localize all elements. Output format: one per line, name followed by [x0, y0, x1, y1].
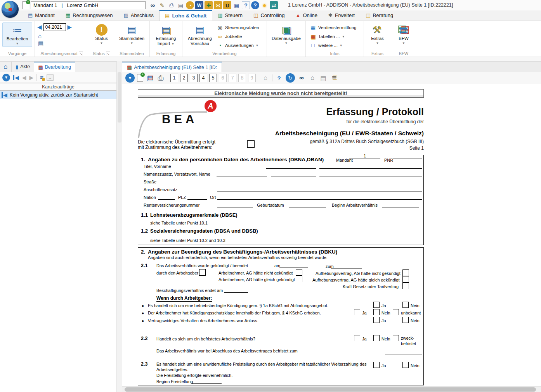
- verdienstermittlung-button[interactable]: ▦ Verdienstermittlung: [308, 23, 361, 32]
- note-add-icon[interactable]: ✚: [205, 1, 213, 9]
- bfw-button[interactable]: ▤ BFW ▼: [394, 22, 414, 46]
- resize-arrows-icon[interactable]: ⇄: [270, 1, 278, 9]
- tab-rechnungswesen[interactable]: ▦ Rechnungswesen: [60, 10, 118, 21]
- kraft-gesetz-checkbox[interactable]: [402, 283, 409, 289]
- tab-lohn-gehalt[interactable]: ▤ Lohn & Gehalt: [159, 10, 212, 21]
- extras-button[interactable]: ⚒ Extras ▼: [366, 22, 388, 46]
- p23-ja-checkbox[interactable]: [373, 362, 380, 368]
- mandant-field[interactable]: 1: [349, 154, 380, 159]
- dialog-launcher-icon[interactable]: ↘: [79, 52, 83, 56]
- erfassung-import-button[interactable]: ▤ Erfassung Import ▼: [152, 22, 180, 47]
- search-binoculars-icon[interactable]: ∞: [149, 1, 157, 9]
- stammdaten-button[interactable]: ▤ Stammdaten ▼: [116, 22, 147, 46]
- nation-field[interactable]: [158, 194, 175, 200]
- jobkette-button[interactable]: ∞ Jobkette: [215, 32, 261, 41]
- strasse-field[interactable]: [217, 179, 422, 184]
- sidebar-tab-bearbeitung[interactable]: ▤ Bearbeitung: [34, 62, 75, 72]
- document-tab[interactable]: ▤ Arbeitsbescheinigung (EU) Seite 1 [ID:: [122, 62, 222, 72]
- steuerungsdaten-button[interactable]: ◎ Steuerungsdaten: [215, 23, 261, 32]
- mail-window-icon[interactable]: ✉: [214, 1, 222, 9]
- home-icon[interactable]: ⌂: [0, 62, 12, 72]
- p23-nein-checkbox[interactable]: [402, 362, 409, 368]
- am-field[interactable]: [279, 262, 308, 268]
- beginn-freistellung-field[interactable]: [191, 378, 222, 384]
- dialog-launcher-icon[interactable]: ↘: [106, 52, 111, 56]
- tab-mandant[interactable]: ▤ Mandant: [23, 10, 60, 21]
- b3-ja-checkbox[interactable]: [373, 317, 380, 323]
- geburtsdatum-field[interactable]: [289, 202, 326, 207]
- an-nicht-gekuendigt-checkbox[interactable]: [296, 269, 302, 276]
- print-copy-icon[interactable]: ⎙: [167, 1, 175, 9]
- ort-field[interactable]: [217, 194, 422, 200]
- vertical-scrollbar[interactable]: [116, 61, 122, 392]
- b2-unbekannt-checkbox[interactable]: [393, 309, 399, 315]
- beginn-field[interactable]: [382, 202, 419, 207]
- new-page-icon[interactable]: +: [137, 74, 143, 82]
- abrechnungsmonat-input[interactable]: [43, 23, 66, 31]
- 6[interactable]: 6: [219, 74, 227, 82]
- help-person-icon[interactable]: ?: [275, 74, 283, 82]
- word-icon[interactable]: W: [195, 1, 203, 9]
- weitere-button[interactable]: □ weitere ... ▼: [308, 41, 361, 50]
- durch-arbeitgeber-checkbox[interactable]: [199, 269, 206, 276]
- go-first-icon[interactable]: ◀: [13, 75, 19, 80]
- name-field[interactable]: [319, 171, 422, 176]
- vertical-scrollbar-thumb[interactable]: [118, 72, 121, 123]
- 8[interactable]: 8: [238, 74, 246, 82]
- b2-nein-checkbox[interactable]: [373, 309, 380, 315]
- task-list-icon[interactable]: ≡: [40, 74, 43, 81]
- forward-boxed-icon[interactable]: →: [47, 74, 54, 81]
- b2-ja-checkbox[interactable]: [354, 309, 360, 315]
- 2[interactable]: 2: [180, 74, 188, 82]
- plz-field[interactable]: [187, 194, 207, 200]
- namenszusatz-field[interactable]: [217, 171, 267, 176]
- sidebar-tab-akte[interactable]: ▮ Akte: [12, 62, 34, 72]
- abrechnung-vorschau-button[interactable]: ▤ Abrechnung Vorschau: [185, 22, 215, 50]
- tab-online[interactable]: ▲ Online: [290, 10, 323, 21]
- factory-month-icon[interactable]: ⌂: [38, 33, 87, 39]
- preview-document-icon[interactable]: ▤: [177, 1, 185, 9]
- copy-pages-icon[interactable]: ▤: [146, 74, 154, 82]
- go-previous-icon[interactable]: ◀: [22, 74, 26, 81]
- 5[interactable]: 5: [209, 74, 217, 82]
- mandant-search-input[interactable]: [31, 1, 146, 9]
- calculator-icon[interactable]: ▦: [232, 1, 241, 9]
- aufhebung-gleich-gekuendigt-checkbox[interactable]: [402, 276, 409, 283]
- checklist-transfer-icon[interactable]: ≣: [330, 74, 338, 82]
- p22-zweckbefristet-checkbox[interactable]: [393, 335, 399, 341]
- auswertungen-button[interactable]: ◔ Auswertungen ▼: [215, 41, 261, 50]
- 4[interactable]: 4: [199, 74, 207, 82]
- previous-month-icon[interactable]: ◀: [37, 24, 42, 31]
- consent-checkbox[interactable]: [247, 140, 255, 148]
- datenausgabe-button[interactable]: ▣ Datenausgabe ▼: [269, 22, 303, 46]
- 9[interactable]: 9: [248, 74, 256, 82]
- next-month-icon[interactable]: ▶: [68, 24, 72, 31]
- horizontal-scrollbar-thumb[interactable]: [125, 387, 536, 392]
- p22-ja-checkbox[interactable]: [354, 335, 360, 341]
- b1-nein-checkbox[interactable]: [402, 302, 409, 308]
- addison-logo-icon[interactable]: [2, 1, 19, 18]
- employee-document-icon[interactable]: ▤: [319, 74, 328, 82]
- company-building-icon[interactable]: ⌂: [261, 74, 270, 82]
- search-binoculars-icon[interactable]: ∞: [297, 74, 306, 82]
- p22-nein-checkbox[interactable]: [373, 335, 380, 341]
- vorname-field[interactable]: [319, 163, 422, 169]
- status-button[interactable]: ! Status ▼: [92, 22, 111, 46]
- b1-ja-checkbox[interactable]: [373, 302, 380, 308]
- 7[interactable]: 7: [229, 74, 236, 82]
- tab-steuern[interactable]: ▥ Steuern: [212, 10, 248, 21]
- 1[interactable]: 1: [170, 74, 178, 82]
- befristet-zum-field[interactable]: [385, 349, 422, 354]
- titel-field[interactable]: [266, 163, 316, 169]
- print-icon[interactable]: ⎙: [156, 74, 165, 82]
- rv-field[interactable]: [217, 202, 253, 207]
- endet-am-field[interactable]: [224, 287, 248, 293]
- vorsatzwort-field[interactable]: [271, 171, 316, 176]
- post-horn-icon[interactable]: ʊ: [223, 1, 231, 9]
- 3[interactable]: 3: [190, 74, 198, 82]
- new-client-icon[interactable]: +: [23, 1, 29, 9]
- collapse-toolbar-icon[interactable]: ▼: [125, 73, 135, 83]
- edit-person-icon[interactable]: ✎: [158, 1, 166, 9]
- collapse-circle-icon[interactable]: ▼: [2, 74, 10, 81]
- tab-beratung[interactable]: ◫ Beratung: [360, 10, 399, 21]
